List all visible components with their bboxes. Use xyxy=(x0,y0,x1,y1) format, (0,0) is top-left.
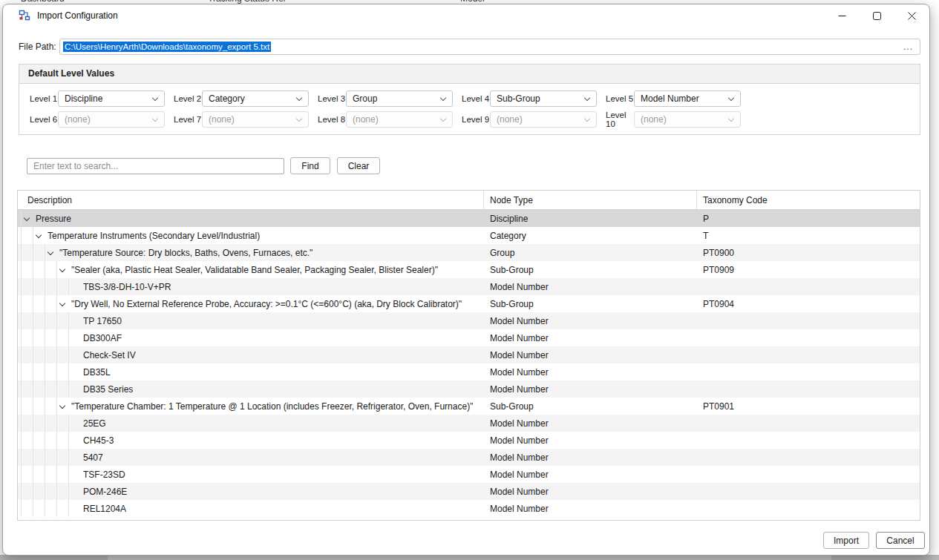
taxonomy-tree: Description Node Type Taxonomy Code Pres… xyxy=(17,190,920,521)
node-type-cell: Model Number xyxy=(484,449,697,466)
level-combobox[interactable]: Category xyxy=(202,90,309,107)
level-label: Level 2 xyxy=(174,94,202,103)
clear-button[interactable]: Clear xyxy=(337,157,380,174)
import-button[interactable]: Import xyxy=(823,532,869,549)
level-label: Level 9 xyxy=(462,115,490,124)
tree-row[interactable]: REL1204AModel Number xyxy=(18,500,920,517)
level-cell: Level 5Model Number xyxy=(606,90,750,107)
description-cell: 5407 xyxy=(18,449,484,466)
taxonomy-code-cell xyxy=(697,432,920,449)
description-cell: "Temperature Source: Dry blocks, Baths, … xyxy=(18,244,484,261)
file-path-input[interactable]: C:\Users\HenryArth\Downloads\taxonomy_ex… xyxy=(59,39,920,55)
tree-row[interactable]: "Temperature Chamber: 1 Temperature @ 1 … xyxy=(18,398,920,415)
tree-row[interactable]: Temperature Instruments (Secondary Level… xyxy=(18,227,920,244)
description-cell: "Temperature Chamber: 1 Temperature @ 1 … xyxy=(18,398,484,415)
level-combobox[interactable]: Discipline xyxy=(58,90,165,107)
combobox-value: Sub-Group xyxy=(497,93,540,104)
tree-body: PressureDisciplinePTemperature Instrumen… xyxy=(18,210,920,517)
tree-row[interactable]: Check-Set IVModel Number xyxy=(18,346,920,363)
browse-button[interactable]: ... xyxy=(903,44,913,50)
chevron-down-icon xyxy=(440,94,446,100)
minimize-button[interactable] xyxy=(825,4,860,27)
taxonomy-code-cell: T xyxy=(697,227,920,244)
description-text: REL1204A xyxy=(18,504,126,514)
description-text: "Sealer (aka, Plastic Heat Sealer, Valid… xyxy=(18,265,438,275)
level-label: Level 1 xyxy=(30,94,58,103)
maximize-button[interactable] xyxy=(860,4,894,27)
tree-row[interactable]: DB35 SeriesModel Number xyxy=(18,381,920,398)
node-type-cell: Model Number xyxy=(484,483,697,500)
description-text: DB35L xyxy=(18,367,111,378)
description-text: POM-246E xyxy=(18,487,127,497)
node-type-cell: Model Number xyxy=(484,381,697,398)
column-header-taxonomy-code[interactable]: Taxonomy Code xyxy=(697,191,920,209)
search-input[interactable] xyxy=(27,158,284,174)
level-combobox[interactable]: Group xyxy=(346,90,453,107)
taxonomy-code-cell xyxy=(697,363,920,381)
description-cell: TP 17650 xyxy=(18,312,484,329)
description-text: "Temperature Chamber: 1 Temperature @ 1 … xyxy=(18,401,473,412)
tree-row[interactable]: "Dry Well, No External Reference Probe, … xyxy=(18,295,920,312)
level-label: Level 10 xyxy=(606,111,634,128)
cancel-button[interactable]: Cancel xyxy=(876,532,925,549)
taxonomy-code-cell xyxy=(697,466,920,483)
level-cell: Level 1Discipline xyxy=(30,90,174,107)
column-header-description[interactable]: Description xyxy=(18,191,484,209)
description-text: DB35 Series xyxy=(18,384,133,395)
node-type-cell: Model Number xyxy=(484,466,697,483)
level-combobox[interactable]: (none) xyxy=(490,111,597,128)
column-header-node-type[interactable]: Node Type xyxy=(484,191,697,209)
find-button[interactable]: Find xyxy=(290,157,330,174)
level-combobox[interactable]: (none) xyxy=(634,111,741,128)
combobox-value: (none) xyxy=(353,114,379,125)
tree-row[interactable]: 25EGModel Number xyxy=(18,415,920,432)
combobox-value: (none) xyxy=(641,114,667,125)
description-cell: TBS-3/8-DH-10-V+PR xyxy=(18,278,484,295)
description-cell: 25EG xyxy=(18,415,484,432)
app-icon xyxy=(19,10,30,22)
node-type-cell: Discipline xyxy=(484,210,697,227)
description-text: CH45-3 xyxy=(18,435,114,446)
level-combobox[interactable]: (none) xyxy=(58,111,165,128)
title-bar[interactable]: Import Configuration xyxy=(3,4,929,27)
tree-row[interactable]: PressureDisciplineP xyxy=(18,210,920,227)
chevron-down-icon xyxy=(728,94,734,100)
chevron-down-icon xyxy=(152,94,158,100)
description-cell: "Sealer (aka, Plastic Heat Sealer, Valid… xyxy=(18,261,484,278)
level-combobox[interactable]: (none) xyxy=(346,111,453,128)
taxonomy-code-cell: PT0901 xyxy=(697,398,920,415)
level-cell: Level 7(none) xyxy=(174,111,318,128)
level-combobox[interactable]: Sub-Group xyxy=(490,90,597,107)
level-combobox[interactable]: (none) xyxy=(202,111,309,128)
taxonomy-code-cell xyxy=(697,312,920,329)
tree-row[interactable]: TP 17650Model Number xyxy=(18,312,920,329)
description-text: "Temperature Source: Dry blocks, Baths, … xyxy=(18,248,313,258)
level-cell: Level 9(none) xyxy=(462,111,606,128)
tree-row[interactable]: DB300AFModel Number xyxy=(18,329,920,346)
background-taskbar xyxy=(0,555,939,560)
close-button[interactable] xyxy=(894,4,929,27)
chevron-down-icon xyxy=(152,115,158,121)
level-cell: Level 3Group xyxy=(318,90,462,107)
tree-row[interactable]: TBS-3/8-DH-10-V+PRModel Number xyxy=(18,278,920,295)
window-controls xyxy=(825,4,929,27)
node-type-cell: Model Number xyxy=(484,312,697,329)
tree-row[interactable]: POM-246EModel Number xyxy=(18,483,920,500)
close-icon xyxy=(908,12,916,20)
node-type-cell: Model Number xyxy=(484,346,697,363)
tree-row[interactable]: CH45-3Model Number xyxy=(18,432,920,449)
tree-row[interactable]: "Sealer (aka, Plastic Heat Sealer, Valid… xyxy=(18,261,920,278)
description-text: DB300AF xyxy=(18,333,122,343)
tree-row[interactable]: 5407Model Number xyxy=(18,449,920,466)
tree-row[interactable]: "Temperature Source: Dry blocks, Baths, … xyxy=(18,244,920,261)
combobox-value: Discipline xyxy=(65,93,102,104)
chevron-down-icon xyxy=(584,94,590,100)
tree-row[interactable]: DB35LModel Number xyxy=(18,363,920,381)
level-combobox[interactable]: Model Number xyxy=(634,90,741,107)
level-label: Level 5 xyxy=(606,94,634,103)
description-text: TBS-3/8-DH-10-V+PR xyxy=(18,282,171,292)
tree-row[interactable]: TSF-23SDModel Number xyxy=(18,466,920,483)
dialog-footer: Import Cancel xyxy=(823,532,925,549)
level-cell: Level 10(none) xyxy=(606,111,750,128)
description-cell: DB35 Series xyxy=(18,381,484,398)
